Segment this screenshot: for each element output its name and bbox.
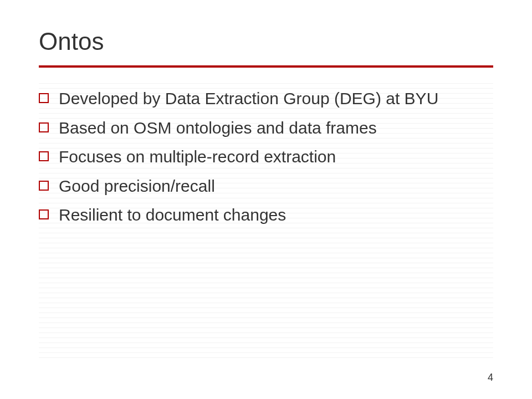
bullet-square-icon (39, 93, 49, 103)
content-area: Developed by Data Extraction Group (DEG)… (39, 83, 493, 227)
page-number: 4 (488, 372, 493, 383)
bullet-square-icon (39, 122, 49, 132)
bullet-text: Developed by Data Extraction Group (DEG)… (59, 88, 493, 110)
list-item: Based on OSM ontologies and data frames (39, 117, 493, 140)
content-wrapper: Developed by Data Extraction Group (DEG)… (39, 83, 493, 360)
bullet-square-icon (39, 181, 49, 191)
bullet-text: Resilient to document changes (59, 204, 493, 227)
slide-title: Ontos (39, 28, 493, 55)
slide-container: Ontos Developed by Data Extraction Group… (0, 0, 532, 399)
bullet-list: Developed by Data Extraction Group (DEG)… (39, 88, 493, 227)
bullet-square-icon (39, 209, 49, 219)
bullet-text: Focuses on multiple-record extraction (59, 146, 493, 168)
bullet-text: Based on OSM ontologies and data frames (59, 117, 493, 140)
list-item: Developed by Data Extraction Group (DEG)… (39, 88, 493, 110)
bullet-square-icon (39, 151, 49, 161)
title-underline (39, 65, 493, 68)
bullet-text: Good precision/recall (59, 175, 493, 198)
list-item: Resilient to document changes (39, 204, 493, 227)
list-item: Good precision/recall (39, 175, 493, 198)
list-item: Focuses on multiple-record extraction (39, 146, 493, 168)
